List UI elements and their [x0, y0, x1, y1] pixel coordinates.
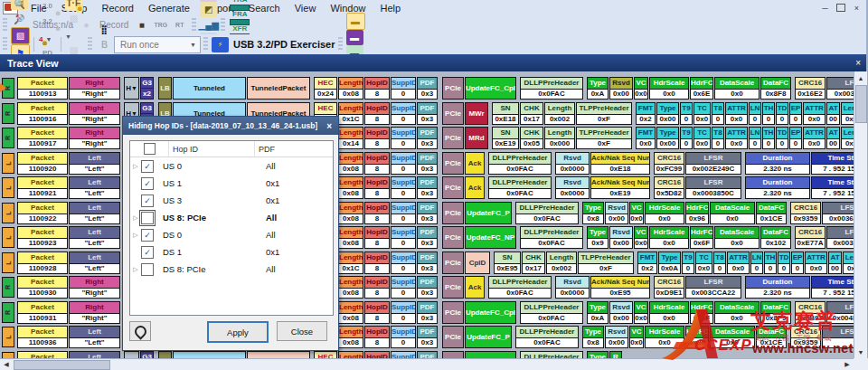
menu-item-help[interactable]: Help [373, 2, 409, 14]
close-button[interactable]: × [851, 4, 863, 13]
horizontal-scroll-thumb[interactable] [14, 360, 110, 370]
hide-3-2-button[interactable]: 3.2⊗ [39, 14, 56, 29]
hop-row[interactable]: ▷US 8: PCIeAll [130, 209, 333, 226]
hide-toggle-button[interactable] [129, 321, 151, 341]
zoom-in-button[interactable]: 🔍 [11, 0, 28, 12]
field-hdrfc: HdrFC0x96 [685, 202, 709, 224]
field-ep: EP0 [789, 127, 802, 149]
field-hopid: HopID8 [364, 202, 390, 224]
hop-row[interactable]: ✓US 30x1 [130, 192, 333, 209]
horizontal-scrollbar[interactable]: ◀ ▶ [0, 358, 854, 370]
field-header: Length [842, 128, 854, 139]
hop-checkbox[interactable]: ✓ [141, 177, 154, 190]
stop-button[interactable]: ■ [133, 17, 150, 33]
hop-row[interactable]: ▷✓DS 0All [130, 226, 333, 243]
vertical-scroll-thumb[interactable] [855, 85, 867, 123]
restore-button[interactable] [836, 4, 845, 12]
scroll-down-icon[interactable]: ▼ [855, 346, 866, 357]
hop-row[interactable]: ▷DS 8: PCIeAll [130, 261, 333, 278]
field-hdrscale: HdrScale0x0 [649, 226, 689, 249]
hop-checkbox[interactable]: ✓ [141, 229, 154, 242]
dialog-close-icon[interactable]: × [326, 121, 332, 131]
hop-row[interactable]: ✓DS 10x1 [130, 243, 333, 261]
field-packet: Packet1100930 [17, 276, 68, 299]
minimize-button[interactable]: ─ [819, 4, 831, 13]
field-ln: LN0 [750, 251, 763, 274]
field-value: 0x002E249C [686, 165, 741, 174]
exerciser-view-2-button[interactable]: ▬ [346, 30, 363, 45]
expander-icon[interactable]: ▷ [130, 266, 141, 273]
hide-gen4-button[interactable]: 4⊗ [39, 35, 42, 43]
dialog-titlebar[interactable]: Hiding Hop IDs - [data-2019_07_10_13_46_… [123, 117, 338, 135]
toolbar-gripper[interactable] [221, 18, 225, 33]
field-value: 0 [392, 189, 415, 198]
scroll-left-icon[interactable]: ◀ [1, 360, 12, 369]
statistics-button[interactable]: ▁▄▆ [200, 17, 217, 33]
hop-checkbox[interactable] [141, 263, 154, 276]
zoom-out-button[interactable]: 🔎 [11, 12, 28, 27]
bold-button[interactable]: B [96, 37, 113, 52]
expander-icon[interactable]: ▷ [130, 163, 141, 170]
export-button[interactable]: ◩ [200, 2, 217, 17]
field-header: FMT [638, 252, 656, 264]
field-hdrfc: HdrFC0x6E [690, 77, 713, 100]
field-header: VC [635, 302, 647, 314]
frame-level-button[interactable]: FRA [230, 11, 250, 25]
toolbar-gripper[interactable] [3, 37, 7, 52]
trace-view-close-icon[interactable]: × [855, 58, 861, 68]
packet-row[interactable]: RPacket1100913Right"Right"H▼G3x2LBTunnel… [2, 76, 854, 100]
select-all-checkbox[interactable] [144, 143, 156, 155]
realtime-button[interactable]: RT [171, 17, 188, 33]
run-mode-select[interactable]: Run once ▼ [114, 36, 201, 53]
field-hopid: HopID8 [364, 176, 390, 199]
cbo-view-button[interactable]: ▧ [11, 27, 30, 44]
field-value: 0 [681, 139, 692, 148]
hide-te-button[interactable]: T·E⊗ [65, 0, 82, 11]
toolbar-separator [33, 37, 34, 52]
menu-item-record[interactable]: Record [94, 2, 140, 14]
field-header: TLPPreHeader [579, 252, 633, 264]
close-button[interactable]: Close [277, 321, 327, 341]
field-pdf: PDF0x3 [417, 226, 438, 249]
field-value: 1100928 [18, 264, 67, 273]
transaction-level-button[interactable]: TRA [230, 0, 250, 11]
hop-checkbox[interactable] [141, 212, 154, 224]
field-attr: ATTR0x0 [727, 251, 750, 274]
field-header: VC [635, 78, 647, 90]
hop-checkbox[interactable]: ✓ [141, 160, 154, 173]
field-header: HopID [365, 277, 389, 289]
toolbar-gripper[interactable] [88, 37, 92, 52]
columns-button[interactable]: ⣿ [96, 22, 113, 37]
toolbar-gripper[interactable] [203, 37, 208, 52]
hop-row[interactable]: ▷✓US 0All [130, 157, 333, 175]
field-ack/nak seq num: Ack/Nak Seq Num0xE18 [590, 152, 650, 175]
field-value: 0 [777, 139, 788, 148]
apply-button[interactable]: Apply [207, 321, 269, 343]
expander-icon[interactable]: ▷ [130, 232, 141, 239]
scroll-right-icon[interactable]: ▶ [842, 360, 853, 369]
scroll-up-icon[interactable]: ▲ [855, 72, 866, 83]
expander-icon[interactable]: ▷ [130, 214, 141, 222]
hop-checkbox[interactable]: ✓ [141, 194, 154, 207]
toolbar-gripper[interactable] [3, 18, 7, 33]
chevron-down-icon[interactable]: ▼ [65, 33, 71, 40]
packet-row[interactable]: LPacketLeftH▼G3x2LBTunneledTunneledPacke… [2, 350, 622, 358]
field-header: CRC16 [796, 227, 825, 239]
field-header: VC [630, 203, 643, 214]
vertical-scrollbar[interactable]: ▲ ▼ [854, 71, 867, 358]
menu-item-generate[interactable]: Generate [141, 2, 197, 14]
toolbar-gripper[interactable] [192, 18, 196, 33]
field-pdf: PDF0x3 [417, 202, 438, 224]
direction-marker-letter: R [5, 110, 12, 115]
exerciser-view-1-button[interactable]: ▬ [346, 13, 365, 30]
field-header: Packet [18, 103, 67, 115]
hide-grp1-button[interactable]: ▨ [65, 11, 82, 26]
trigger-button[interactable]: TRG [152, 17, 169, 33]
hide-2-0-button[interactable]: 2.0⊗ [39, 0, 56, 14]
menu-item-view[interactable]: View [288, 2, 324, 14]
hop-checkbox[interactable]: ✓ [141, 246, 154, 259]
dialog-title: Hiding Hop IDs - [data-2019_07_10_13_46_… [128, 121, 317, 130]
toolbar-gripper[interactable] [338, 37, 343, 52]
field-header: Rsvd [556, 277, 589, 289]
hop-row[interactable]: ✓US 10x1 [130, 175, 333, 192]
